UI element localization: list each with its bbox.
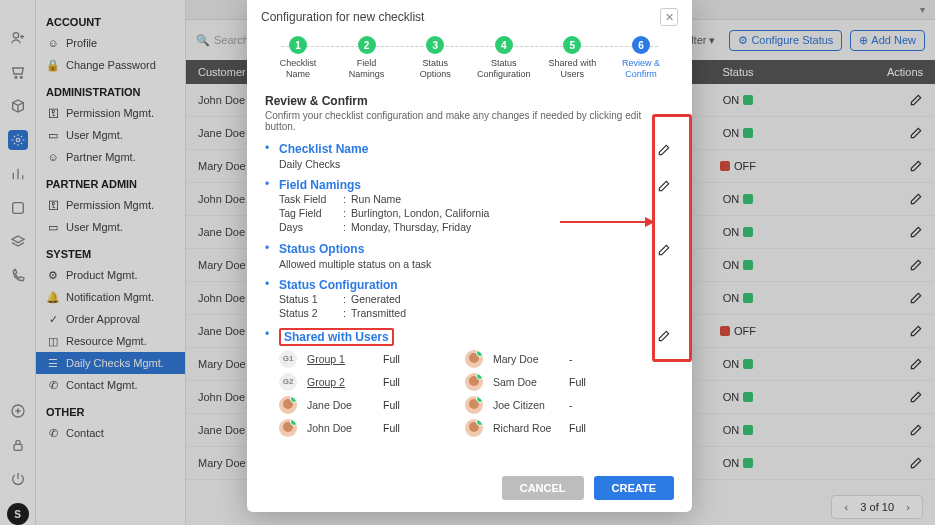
step[interactable]: 1ChecklistName bbox=[265, 36, 331, 80]
avatar bbox=[279, 396, 297, 414]
section-field-namings: Field Namings Task Field:Run Name Tag Fi… bbox=[265, 176, 674, 240]
modal-body: Review & Confirm Confirm your checklist … bbox=[247, 82, 692, 468]
users-grid: G1Group 1FullMary Doe-G2Group 2FullSam D… bbox=[279, 350, 674, 437]
user-perm: - bbox=[569, 399, 609, 411]
modal-title: Configuration for new checklist bbox=[261, 10, 424, 24]
step[interactable]: 2FieldNamings bbox=[334, 36, 400, 80]
review-title: Review & Confirm bbox=[265, 94, 674, 108]
group-badge: G1 bbox=[279, 350, 297, 368]
user-perm: - bbox=[569, 353, 609, 365]
section-title: Status Configuration bbox=[279, 278, 398, 292]
step-number: 2 bbox=[358, 36, 376, 54]
kv-key: Tag Field bbox=[279, 207, 343, 219]
step-number: 5 bbox=[563, 36, 581, 54]
edit-button[interactable] bbox=[654, 140, 674, 160]
step-label: Shared withUsers bbox=[549, 58, 597, 80]
step-label: ChecklistName bbox=[280, 58, 317, 80]
user-name: Joe Citizen bbox=[493, 399, 563, 411]
step[interactable]: 3StatusOptions bbox=[402, 36, 468, 80]
kv-key: Days bbox=[279, 221, 343, 233]
avatar bbox=[465, 419, 483, 437]
checklist-name-value: Daily Checks bbox=[279, 156, 674, 170]
user-perm: Full bbox=[383, 422, 423, 434]
section-status-options: Status Options Allowed multiple status o… bbox=[265, 240, 674, 276]
status-options-text: Allowed multiple status on a task bbox=[279, 256, 674, 270]
step-number: 1 bbox=[289, 36, 307, 54]
kv-val: Run Name bbox=[351, 193, 401, 205]
step-label: StatusConfiguration bbox=[477, 58, 531, 80]
section-status-config: Status Configuration Status 1:Generated … bbox=[265, 276, 674, 326]
stepper: 1ChecklistName2FieldNamings3StatusOption… bbox=[247, 32, 692, 82]
edit-button[interactable] bbox=[654, 326, 674, 346]
user-name: Richard Roe bbox=[493, 422, 563, 434]
cancel-button[interactable]: CANCEL bbox=[502, 476, 584, 500]
user-name: Sam Doe bbox=[493, 376, 563, 388]
step-label: StatusOptions bbox=[420, 58, 451, 80]
modal-footer: CANCEL CREATE bbox=[247, 468, 692, 512]
user-perm: Full bbox=[383, 353, 423, 365]
create-button[interactable]: CREATE bbox=[594, 476, 674, 500]
section-title: Checklist Name bbox=[279, 142, 368, 156]
edit-button[interactable] bbox=[654, 176, 674, 196]
avatar bbox=[465, 373, 483, 391]
user-name: John Doe bbox=[307, 422, 377, 434]
review-subtitle: Confirm your checklist configuration and… bbox=[265, 110, 674, 132]
user-name: Jane Doe bbox=[307, 399, 377, 411]
avatar bbox=[465, 350, 483, 368]
avatar bbox=[279, 419, 297, 437]
configuration-modal: Configuration for new checklist ✕ 1Check… bbox=[247, 0, 692, 512]
user-perm: Full bbox=[383, 376, 423, 388]
section-shared-users: Shared with Users G1Group 1FullMary Doe-… bbox=[265, 326, 674, 443]
avatar bbox=[465, 396, 483, 414]
user-perm: Full bbox=[383, 399, 423, 411]
step-label: FieldNamings bbox=[349, 58, 385, 80]
kv-val: Generated bbox=[351, 293, 401, 305]
step[interactable]: 5Shared withUsers bbox=[539, 36, 605, 80]
step-label: Review &Confirm bbox=[622, 58, 660, 80]
user-name[interactable]: Group 2 bbox=[307, 376, 377, 388]
step-number: 3 bbox=[426, 36, 444, 54]
kv-key: Status 2 bbox=[279, 307, 343, 319]
close-button[interactable]: ✕ bbox=[660, 8, 678, 26]
kv-val: Monday, Thursday, Friday bbox=[351, 221, 471, 233]
step[interactable]: 4StatusConfiguration bbox=[471, 36, 537, 80]
kv-key: Status 1 bbox=[279, 293, 343, 305]
section-title: Shared with Users bbox=[279, 328, 394, 346]
step[interactable]: 6Review &Confirm bbox=[608, 36, 674, 80]
section-checklist-name: Checklist Name Daily Checks bbox=[265, 140, 674, 176]
step-number: 4 bbox=[495, 36, 513, 54]
kv-key: Task Field bbox=[279, 193, 343, 205]
user-perm: Full bbox=[569, 376, 609, 388]
user-name: Mary Doe bbox=[493, 353, 563, 365]
user-perm: Full bbox=[569, 422, 609, 434]
edit-button[interactable] bbox=[654, 240, 674, 260]
step-number: 6 bbox=[632, 36, 650, 54]
section-title: Status Options bbox=[279, 242, 364, 256]
user-name[interactable]: Group 1 bbox=[307, 353, 377, 365]
kv-val: Transmitted bbox=[351, 307, 406, 319]
kv-val: Burlington, London, California bbox=[351, 207, 489, 219]
section-title: Field Namings bbox=[279, 178, 361, 192]
modal-header: Configuration for new checklist ✕ bbox=[247, 0, 692, 32]
group-badge: G2 bbox=[279, 373, 297, 391]
